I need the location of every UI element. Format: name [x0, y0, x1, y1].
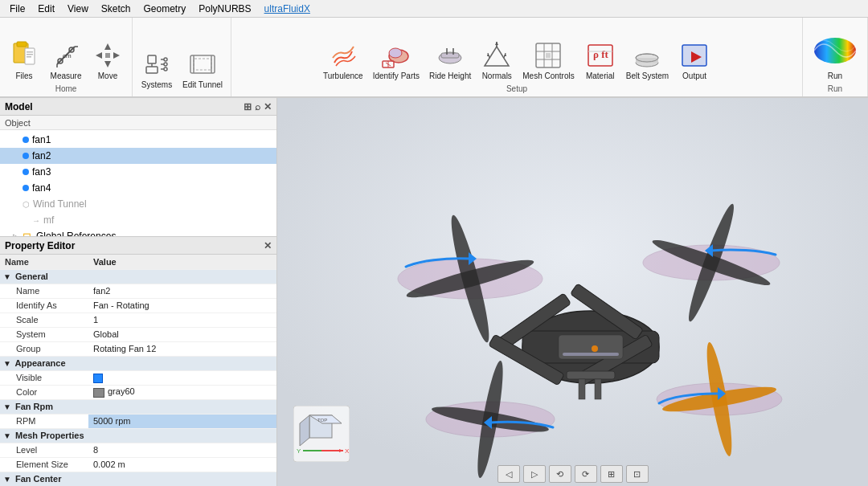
ribbon-btn-move[interactable]: Move	[88, 38, 127, 83]
menu-edit[interactable]: Edit	[31, 2, 61, 16]
mesh-controls-icon	[532, 39, 564, 71]
panel-pin-icon[interactable]: ⊞	[244, 101, 252, 112]
tree-item-fan2[interactable]: fan2	[0, 148, 276, 164]
prop-row-rpm: RPM 5000 rpm	[0, 414, 276, 428]
output-label: Output	[682, 71, 706, 81]
ribbon-items-home: Files cm Measure	[5, 21, 127, 83]
tree-item-wind-tunnel[interactable]: ⬡ Wind Tunnel	[0, 196, 276, 212]
axes-svg: TOP X Y	[293, 406, 350, 462]
ribbon-group-run: Run Run	[803, 18, 868, 96]
ribbon-btn-run[interactable]: Run	[808, 28, 862, 83]
section-fancenter-collapse: ▼	[3, 475, 11, 484]
prop-group-value: Rotating Fan 12	[88, 341, 276, 356]
fan4-label: fan4	[32, 182, 51, 194]
prop-level-label: Level	[0, 443, 88, 457]
prop-table: Name Value ▼ General Na	[0, 255, 276, 486]
visible-checkbox[interactable]	[93, 374, 103, 383]
ribbon-btn-mesh-controls[interactable]: Mesh Controls	[519, 38, 577, 83]
panel-close-icon[interactable]: ✕	[264, 101, 272, 112]
viewport[interactable]: TOP X Y ◁ ▷ ⟲ ⟳ ⊞ ⊡	[277, 98, 868, 486]
expand-icon: ▷	[13, 232, 19, 237]
wind-tunnel-label: Wind Tunnel	[33, 198, 87, 210]
ribbon-btn-ride-height[interactable]: Ride Height	[426, 38, 474, 83]
tree-item-fan4[interactable]: fan4	[0, 180, 276, 196]
ride-height-label: Ride Height	[429, 71, 471, 81]
bottom-btn-6[interactable]: ⊡	[626, 465, 649, 483]
fan2-dot-icon	[23, 153, 29, 159]
fan3-dot-icon	[23, 169, 29, 175]
menu-sketch[interactable]: Sketch	[95, 2, 137, 16]
tree-item-fan1[interactable]: fan1	[0, 132, 276, 148]
edit-tunnel-icon	[186, 48, 219, 80]
panel-search-icon[interactable]: ⌕	[255, 101, 260, 112]
identify-parts-label: Identify Parts	[373, 71, 420, 81]
files-icon	[8, 39, 40, 71]
ribbon-btn-turbulence[interactable]: Turbulence	[320, 38, 366, 83]
prop-editor-close-icon[interactable]: ✕	[264, 240, 272, 251]
menu-polynurbs[interactable]: PolyNURBS	[192, 2, 257, 16]
model-subheader-label: Object	[5, 118, 31, 128]
properties-table: Name Value ▼ General Na	[0, 255, 276, 486]
menu-geometry[interactable]: Geometry	[137, 2, 193, 16]
ribbon-btn-edit-tunnel[interactable]: Edit Tunnel	[179, 47, 226, 92]
ribbon-btn-normals[interactable]: Normals	[477, 38, 516, 83]
bottom-btn-3[interactable]: ⟲	[549, 465, 571, 483]
folder-icon: ⊟	[23, 231, 31, 237]
prop-visible-label: Visible	[0, 370, 88, 385]
ribbon-btn-output[interactable]: Output	[675, 38, 714, 83]
ribbon-btn-material[interactable]: ρ ft Material	[581, 38, 620, 83]
measure-label: Measure	[51, 71, 82, 81]
ribbon-btn-belt-system[interactable]: Belt System	[623, 38, 672, 83]
menu-view[interactable]: View	[61, 2, 95, 16]
prop-row-level: Level 8	[0, 443, 276, 457]
ribbon: Files cm Measure	[0, 18, 868, 98]
bottom-btn-2[interactable]: ▷	[523, 465, 546, 483]
model-panel: Model ⊞ ⌕ ✕ Object fan1 f	[0, 98, 276, 237]
menu-ultrafluidx[interactable]: ultraFluidX	[258, 2, 317, 16]
prop-row-name: Name fan2	[0, 284, 276, 298]
svg-rect-88	[567, 371, 615, 379]
ribbon-group-setup-label: Setup	[506, 83, 527, 93]
svg-point-23	[164, 63, 167, 66]
bottom-btn-1[interactable]: ◁	[497, 465, 520, 483]
prop-scale-value: 1	[88, 312, 276, 327]
svg-rect-90	[595, 379, 601, 399]
ribbon-btn-identify-parts[interactable]: Identify Parts	[370, 38, 423, 83]
svg-rect-27	[194, 59, 211, 70]
prop-row-visible: Visible	[0, 370, 276, 385]
section-fan-rpm: ▼ Fan Rpm	[0, 399, 276, 414]
svg-rect-5	[27, 56, 31, 58]
section-general-collapse: ▼	[3, 272, 11, 281]
model-subheader: Object	[0, 116, 276, 130]
svg-marker-13	[104, 61, 111, 67]
tree-item-global-refs[interactable]: ▷ ⊟ Global References	[0, 228, 276, 236]
prop-row-identify-as: Identify As Fan - Rotating	[0, 298, 276, 312]
ribbon-btn-files[interactable]: Files	[5, 38, 43, 83]
fan3-label: fan3	[32, 166, 51, 178]
ribbon-btn-systems[interactable]: Systems	[137, 47, 176, 92]
model-panel-title: Model	[5, 101, 33, 112]
fan2-label: fan2	[32, 150, 51, 161]
tree-item-fan3[interactable]: fan3	[0, 164, 276, 180]
edit-tunnel-label: Edit Tunnel	[182, 80, 223, 90]
prop-visible-value[interactable]	[88, 370, 276, 385]
svg-text:cm: cm	[63, 52, 72, 59]
prop-identify-label: Identify As	[0, 298, 88, 312]
mf-icon: →	[32, 216, 40, 225]
belt-system-label: Belt System	[626, 71, 669, 81]
ribbon-btn-measure[interactable]: cm Measure	[47, 38, 85, 83]
svg-text:TOP: TOP	[317, 418, 327, 423]
svg-rect-4	[27, 54, 33, 55]
menu-file[interactable]: File	[3, 2, 31, 16]
prop-color-value[interactable]: gray60	[88, 385, 276, 399]
prop-editor-title: Property Editor	[5, 240, 75, 251]
section-mesh-collapse: ▼	[3, 431, 11, 440]
prop-level-value: 8	[88, 443, 276, 457]
ribbon-group-home: Files cm Measure	[0, 18, 133, 96]
systems-icon	[141, 48, 173, 80]
prop-rpm-value[interactable]: 5000 rpm	[88, 414, 276, 428]
bottom-btn-5[interactable]: ⊞	[600, 465, 623, 483]
tree-item-mf[interactable]: → mf	[0, 212, 276, 228]
material-label: Material	[586, 71, 615, 81]
bottom-btn-4[interactable]: ⟳	[575, 465, 597, 483]
